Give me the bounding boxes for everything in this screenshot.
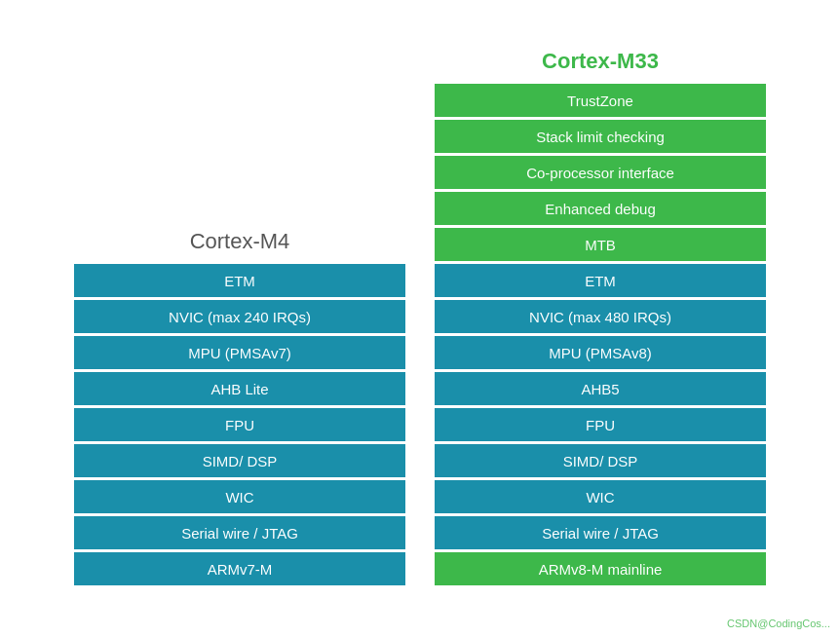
comparison-container: Cortex-M4 ETMNVIC (max 240 IRQs)MPU (PMS…	[35, 29, 805, 608]
cortex-m4-title: Cortex-M4	[74, 229, 405, 254]
cortex-m4-column: Cortex-M4 ETMNVIC (max 240 IRQs)MPU (PMS…	[74, 229, 405, 588]
list-item: MPU (PMSAv7)	[74, 336, 405, 369]
list-item: Serial wire / JTAG	[435, 516, 766, 549]
list-item: NVIC (max 480 IRQs)	[435, 300, 766, 333]
list-item: Stack limit checking	[435, 120, 766, 153]
list-item: ETM	[435, 264, 766, 297]
cortex-m33-rows: TrustZoneStack limit checkingCo-processo…	[435, 84, 766, 588]
cortex-m33-title: Cortex-M33	[435, 49, 766, 74]
list-item: AHB Lite	[74, 372, 405, 405]
list-item: Serial wire / JTAG	[74, 516, 405, 549]
list-item: WIC	[74, 480, 405, 513]
list-item: SIMD/ DSP	[435, 444, 766, 477]
list-item: FPU	[435, 408, 766, 441]
list-item: TrustZone	[435, 84, 766, 117]
list-item: Enhanced debug	[435, 192, 766, 225]
cortex-m33-column: Cortex-M33 TrustZoneStack limit checking…	[435, 49, 766, 588]
list-item: Co-processor interface	[435, 156, 766, 189]
watermark: CSDN@CodingCos...	[727, 618, 830, 629]
list-item: ETM	[74, 264, 405, 297]
list-item: ARMv8-M mainline	[435, 552, 766, 585]
list-item: MTB	[435, 228, 766, 261]
list-item: AHB5	[435, 372, 766, 405]
list-item: ARMv7-M	[74, 552, 405, 585]
cortex-m4-rows: ETMNVIC (max 240 IRQs)MPU (PMSAv7)AHB Li…	[74, 264, 405, 588]
list-item: WIC	[435, 480, 766, 513]
list-item: FPU	[74, 408, 405, 441]
list-item: MPU (PMSAv8)	[435, 336, 766, 369]
list-item: SIMD/ DSP	[74, 444, 405, 477]
list-item: NVIC (max 240 IRQs)	[74, 300, 405, 333]
